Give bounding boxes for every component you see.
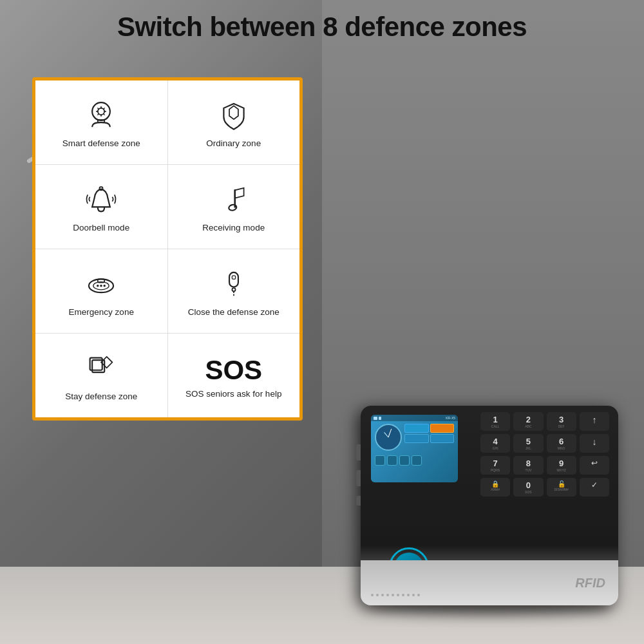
grid-row-2: Doorbell mode Receiving mode [35,165,299,249]
svg-point-21 [232,288,235,291]
screen-icon-4[interactable] [412,455,422,466]
svg-rect-19 [229,272,238,287]
svg-point-12 [228,204,237,211]
sos-text: SOS [205,355,262,386]
screen-buttons [404,424,454,451]
cell-stay-defense: Stay defense zone [35,334,168,417]
key-ok[interactable]: ✓ [580,478,609,497]
key-8[interactable]: 8TUV [513,456,543,475]
cell-close-defense: Close the defense zone [168,249,300,333]
key-2[interactable]: 2ABC [513,412,543,431]
key-down[interactable]: ↓ [580,434,609,453]
cell-smart-defense: Smart defense zone [35,80,168,164]
side-button-mid[interactable] [356,470,361,486]
smoke-detector-icon [84,268,118,301]
screen-icon-2[interactable] [387,455,397,466]
music-note-icon [217,184,251,217]
side-button-top[interactable] [356,444,361,460]
svg-rect-15 [98,279,104,282]
rfid-label: RFID [575,576,605,591]
key-6[interactable]: 6MNO [547,434,576,453]
cell-sos: SOS SOS seniors ask for help [168,334,300,417]
key-4[interactable]: 4GHI [480,434,510,453]
screen-model: KR-X5 [446,416,455,420]
title-area: Switch between 8 defence zones [0,12,644,43]
keypad: 1CALL 2ABC 3DEF ↑ 4GHI 5JKL 6MNO ↓ 7PQRS… [480,412,609,497]
smart-defense-label: Smart defense zone [62,138,140,149]
side-button-bot[interactable] [356,496,361,506]
key-fob-icon [217,268,251,301]
key-grid: 1CALL 2ABC 3DEF ↑ 4GHI 5JKL 6MNO ↓ 7PQRS… [480,412,609,497]
svg-line-8 [103,108,105,109]
brain-gear-icon [84,99,118,133]
shield-icon [217,99,251,133]
stay-defense-label: Stay defense zone [65,391,137,402]
speaker-hole [397,594,399,596]
clock-hand [388,429,392,437]
ordinary-label: Ordinary zone [206,138,261,149]
screen-btn-1[interactable] [404,424,429,433]
svg-line-9 [98,113,100,115]
screen-btn-3[interactable] [404,434,429,443]
speaker-hole [412,594,415,596]
signal-status [379,417,381,420]
screen-icon-3[interactable] [399,455,410,466]
page-title: Switch between 8 defence zones [0,12,644,43]
speaker-hole [402,594,404,596]
layers-icon [84,352,118,386]
speaker-hole [407,594,410,596]
grid-row-4: Stay defense zone SOS SOS seniors ask fo… [35,334,299,417]
key-9[interactable]: 9WXYZ [547,456,576,475]
key-0[interactable]: 0SOS [513,478,543,497]
screen-status-icons [374,416,381,420]
receiving-label: Receiving mode [202,222,265,234]
screen-btn-2[interactable] [430,424,455,433]
screen-btn-row-1 [404,424,454,433]
cell-doorbell: Doorbell mode [35,165,168,249]
alarm-device: KR-X5 [361,406,618,605]
bell-icon [84,184,118,217]
svg-point-18 [104,285,106,287]
key-lock[interactable]: 🔒ARM# [480,478,510,497]
screen-btn-4[interactable] [430,434,455,443]
svg-line-6 [98,108,100,109]
doorbell-label: Doorbell mode [73,222,129,234]
speaker-hole [371,594,374,596]
grid-row-3: Emergency zone Close the defense zone [35,249,299,334]
speaker-holes [371,594,421,596]
device-screen: KR-X5 [371,415,458,482]
key-back[interactable]: ↩ [580,456,609,475]
cell-emergency: Emergency zone [35,249,168,333]
defense-card: Smart defense zone Ordinary zone [32,77,303,421]
screen-icon-1[interactable] [375,455,385,466]
key-unlock[interactable]: 🔓DISARM# [547,478,576,497]
speaker-hole [386,594,389,596]
cell-ordinary: Ordinary zone [168,80,300,164]
clock-hand-2 [384,432,388,437]
key-5[interactable]: 5JKL [513,434,543,453]
speaker-hole [376,594,379,596]
svg-point-16 [97,285,99,287]
grid-row-1: Smart defense zone Ordinary zone [35,80,299,165]
svg-point-17 [100,285,102,287]
screen-status-bar: KR-X5 [371,415,458,421]
screen-icon-row [371,453,458,468]
device-bottom-strip: RFID [361,560,618,605]
close-defense-label: Close the defense zone [188,307,279,318]
speaker-hole [381,594,384,596]
key-up[interactable]: ↑ [580,412,609,431]
emergency-label: Emergency zone [69,307,134,318]
device-body: KR-X5 [361,406,618,605]
speaker-hole [417,594,420,596]
svg-point-0 [92,102,110,120]
speaker-hole [392,594,394,596]
wifi-status [374,417,377,420]
svg-line-7 [103,113,105,115]
screen-btn-row-2 [404,434,454,443]
key-3[interactable]: 3DEF [547,412,576,431]
key-1[interactable]: 1CALL [480,412,510,431]
key-7[interactable]: 7PQRS [480,456,510,475]
screen-clock [375,424,402,451]
screen-main [371,421,458,453]
svg-rect-20 [232,276,235,279]
